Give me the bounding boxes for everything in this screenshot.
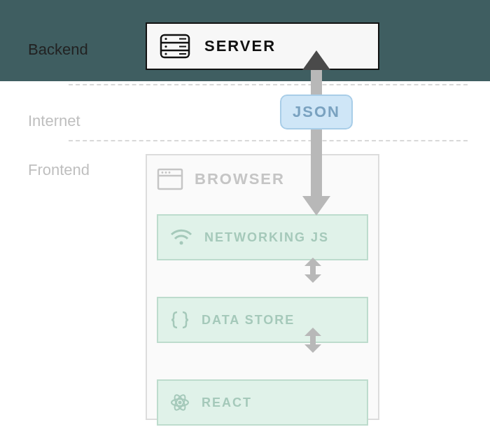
json-pill: JSON xyxy=(280,94,353,130)
server-box: SERVER xyxy=(146,22,379,70)
svg-point-18 xyxy=(178,401,182,405)
svg-marker-26 xyxy=(304,328,321,336)
react-box: REACT xyxy=(157,379,368,426)
svg-point-6 xyxy=(164,38,167,40)
networking-box: NETWORKING JS xyxy=(157,214,368,260)
server-label: SERVER xyxy=(204,37,276,55)
svg-point-16 xyxy=(169,172,171,174)
section-label-backend: Backend xyxy=(28,41,88,59)
svg-point-17 xyxy=(180,241,183,245)
divider-internet-frontend xyxy=(69,140,468,141)
wifi-icon xyxy=(169,228,193,246)
svg-marker-24 xyxy=(304,274,321,283)
json-label: JSON xyxy=(293,103,340,121)
browser-box: BROWSER NETWORKING JS DATA STORE xyxy=(146,154,379,420)
svg-rect-0 xyxy=(311,66,322,200)
svg-marker-23 xyxy=(304,258,321,266)
svg-point-8 xyxy=(164,52,167,55)
react-label: REACT xyxy=(202,396,252,410)
arrow-server-browser xyxy=(300,50,333,216)
svg-point-7 xyxy=(164,46,167,48)
networking-label: NETWORKING JS xyxy=(204,230,329,245)
server-icon xyxy=(160,34,190,59)
datastore-box: DATA STORE xyxy=(157,297,368,343)
svg-marker-27 xyxy=(304,344,321,353)
arrow-networking-datastore xyxy=(302,258,323,283)
section-label-frontend: Frontend xyxy=(28,161,90,179)
browser-header: BROWSER xyxy=(157,165,368,193)
braces-icon xyxy=(169,310,190,330)
window-icon xyxy=(157,168,183,190)
react-icon xyxy=(169,392,190,413)
browser-label: BROWSER xyxy=(195,170,285,188)
svg-point-14 xyxy=(162,172,164,174)
section-label-internet: Internet xyxy=(28,112,80,130)
svg-marker-1 xyxy=(302,50,330,70)
svg-point-15 xyxy=(165,172,167,174)
svg-marker-2 xyxy=(302,196,330,216)
arrow-datastore-react xyxy=(302,328,323,353)
divider-backend-internet xyxy=(69,84,468,85)
datastore-label: DATA STORE xyxy=(202,313,295,328)
